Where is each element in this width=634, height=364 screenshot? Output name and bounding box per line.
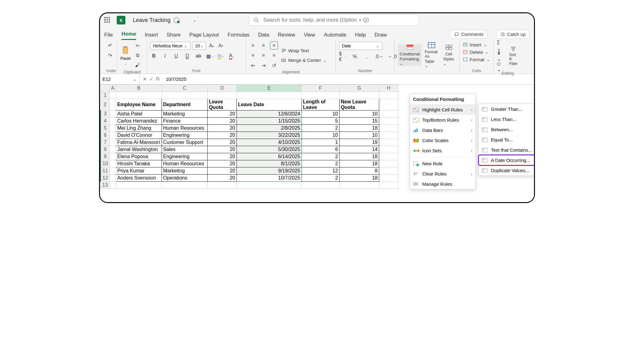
catch-up-button[interactable]: Catch up xyxy=(496,30,530,39)
cell-G7[interactable]: 19 xyxy=(339,139,379,146)
cell-D10[interactable]: 20 xyxy=(207,160,237,167)
cell-C10[interactable]: Human Resources xyxy=(162,160,207,167)
col-header-A[interactable]: A xyxy=(110,85,116,92)
double-underline-button[interactable]: D xyxy=(184,52,191,60)
fill-color-button[interactable]: ◇⌄ xyxy=(217,52,224,60)
row-header-2[interactable]: 2 xyxy=(101,99,110,110)
row-header-10[interactable]: 10 xyxy=(101,160,110,167)
col-header-F[interactable]: F xyxy=(302,85,339,92)
cell-G12[interactable]: 18 xyxy=(339,175,379,182)
cell-F9[interactable]: 2 xyxy=(302,153,339,160)
align-left-button[interactable]: ≡ xyxy=(249,52,257,59)
orientation-button[interactable]: ↺ xyxy=(270,62,278,69)
cf-item-data-bars[interactable]: Data Bars› xyxy=(410,125,476,135)
cell-B12[interactable]: Anders Svensson xyxy=(116,175,162,182)
formula-input[interactable]: 10/7/2025 xyxy=(163,76,186,82)
cell-D7[interactable]: 20 xyxy=(207,139,237,146)
cell-G9[interactable]: 18 xyxy=(339,153,379,160)
row-header-4[interactable]: 4 xyxy=(101,118,110,125)
merge-center-button[interactable]: Merge & Center ⌄ xyxy=(281,58,327,63)
col-header-C[interactable]: C xyxy=(162,85,207,92)
cell-D6[interactable]: 20 xyxy=(207,132,237,139)
redo-button[interactable]: ↷ xyxy=(106,52,114,59)
cell-B9[interactable]: Elena Popova xyxy=(116,153,162,160)
cf-item-clear-rules[interactable]: Clear Rules› xyxy=(410,169,476,179)
tab-page-layout[interactable]: Page Layout xyxy=(189,32,219,40)
cell-styles-button[interactable]: Cell Styles ⌄ xyxy=(441,44,456,66)
row-header-9[interactable]: 9 xyxy=(101,153,110,160)
saved-cloud-icon[interactable] xyxy=(174,17,179,23)
cell-G11[interactable]: 8 xyxy=(339,167,379,175)
comments-button[interactable]: Comments xyxy=(450,30,488,39)
cell-F6[interactable]: 10 xyxy=(302,132,339,139)
tab-automate[interactable]: Automate xyxy=(324,32,346,40)
cell-E4[interactable]: 1/15/2025 xyxy=(237,118,302,125)
increase-indent-button[interactable]: ⇥ xyxy=(260,62,267,69)
cf-item-new-rule[interactable]: +New Rule xyxy=(410,158,476,169)
tab-home[interactable]: Home xyxy=(121,31,136,40)
undo-button[interactable]: ↶ xyxy=(106,42,114,49)
cell-C9[interactable]: Engineering xyxy=(162,153,207,160)
cell-C7[interactable]: Customer Support xyxy=(162,139,207,146)
tab-data[interactable]: Data xyxy=(258,32,269,40)
conditional-formatting-button[interactable]: Conditional Formatting ⌄ xyxy=(398,44,422,66)
sub-item-a-date-occurring-[interactable]: A Date Occurring... xyxy=(479,155,535,165)
font-color-button[interactable]: A⌄ xyxy=(228,52,236,60)
grow-font-button[interactable]: A▴ xyxy=(208,42,215,50)
cell-D8[interactable]: 20 xyxy=(207,146,237,153)
borders-button[interactable]: ▦⌄ xyxy=(206,52,213,60)
cell-B3[interactable]: Aisha Patel xyxy=(116,110,162,118)
document-title[interactable]: Leave Tracking xyxy=(133,17,171,24)
cell-C3[interactable]: Marketing xyxy=(162,110,207,118)
cell-F11[interactable]: 12 xyxy=(302,167,339,175)
cell-D4[interactable]: 20 xyxy=(207,118,237,125)
underline-button[interactable]: U xyxy=(172,52,180,60)
col-header-H[interactable]: H xyxy=(379,85,398,92)
cf-item-color-scales[interactable]: Color Scales› xyxy=(410,135,476,145)
delete-cells-button[interactable]: −Delete ⌄ xyxy=(463,49,489,55)
sub-item-text-that-contains-[interactable]: Text that Contains... xyxy=(479,145,535,155)
copy-button[interactable]: ⧉ xyxy=(134,52,141,59)
app-launcher-icon[interactable] xyxy=(104,17,111,23)
col-header-D[interactable]: D xyxy=(207,85,237,92)
cell-E5[interactable]: 2/8/2025 xyxy=(237,125,302,132)
row-header-13[interactable]: 13 xyxy=(101,182,110,189)
row-header-3[interactable]: 3 xyxy=(101,110,110,118)
cf-item-manage-rules[interactable]: Manage Rules xyxy=(410,179,476,189)
sort-filter-button[interactable]: Sort & Filter xyxy=(507,46,519,66)
title-menu-chevron-icon[interactable]: ⌄ xyxy=(193,18,196,23)
cell-B7[interactable]: Fatima Al-Mansoori xyxy=(116,139,162,146)
header-C[interactable]: Department xyxy=(162,99,207,110)
cell-B10[interactable]: Hiroshi Tanaka xyxy=(116,160,162,167)
cf-item-icon-sets[interactable]: Icon Sets› xyxy=(410,145,476,156)
cell-D11[interactable]: 20 xyxy=(207,167,237,175)
percent-button[interactable]: % xyxy=(351,53,358,60)
cell-C4[interactable]: Finance xyxy=(162,118,207,125)
cell-F10[interactable]: 2 xyxy=(302,160,339,167)
tab-formulas[interactable]: Formulas xyxy=(228,32,250,40)
align-right-button[interactable]: ≡ xyxy=(270,52,278,59)
row-header-6[interactable]: 6 xyxy=(101,132,110,139)
row-header-7[interactable]: 7 xyxy=(101,139,110,146)
col-header-G[interactable]: G xyxy=(339,85,379,92)
tab-share[interactable]: Share xyxy=(167,32,180,40)
clear-button[interactable]: ◇ ⌄ xyxy=(497,63,504,70)
cell-C6[interactable]: Engineering xyxy=(162,132,207,139)
cell-D5[interactable]: 20 xyxy=(207,125,237,132)
cell-E7[interactable]: 4/10/2025 xyxy=(237,139,302,146)
cut-button[interactable]: ✂ xyxy=(134,42,141,49)
shrink-font-button[interactable]: A▾ xyxy=(217,42,224,50)
font-name-select[interactable]: Helvetica Neue⌄ xyxy=(150,42,190,50)
sub-item-less-than-[interactable]: Less Than... xyxy=(479,114,535,124)
wrap-text-button[interactable]: Wrap Text xyxy=(281,48,327,53)
cell-C12[interactable]: Operations xyxy=(162,175,207,182)
cell-B5[interactable]: Mei Ling Zhang xyxy=(116,125,162,132)
strike-button[interactable]: ab xyxy=(195,52,202,60)
cell-F12[interactable]: 2 xyxy=(302,175,339,182)
sub-item-between-[interactable]: Between... xyxy=(479,124,535,135)
format-as-table-button[interactable]: Format As Table ⌄ xyxy=(423,42,440,68)
cell-E9[interactable]: 6/14/2025 xyxy=(237,153,302,160)
italic-button[interactable]: I xyxy=(161,52,169,60)
cell-G8[interactable]: 14 xyxy=(339,146,379,153)
cell-G10[interactable]: 18 xyxy=(339,160,379,167)
